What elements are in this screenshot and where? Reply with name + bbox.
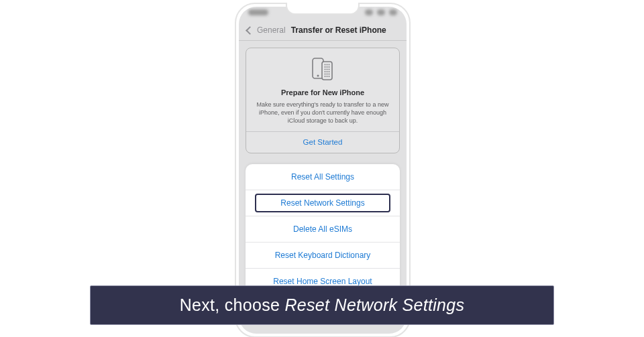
svg-point-11 bbox=[329, 69, 330, 70]
caption-prefix: Next, choose bbox=[180, 295, 285, 314]
status-time-blur bbox=[248, 9, 268, 15]
svg-point-18 bbox=[325, 76, 326, 77]
svg-point-3 bbox=[325, 64, 326, 66]
reset-option-all-settings[interactable]: Reset All Settings bbox=[246, 164, 400, 190]
instruction-caption: Next, choose Reset Network Settings bbox=[90, 285, 554, 325]
svg-point-14 bbox=[329, 71, 330, 72]
svg-point-15 bbox=[325, 74, 326, 75]
svg-point-1 bbox=[317, 75, 319, 77]
settings-content: Prepare for New iPhone Make sure everyth… bbox=[239, 41, 407, 320]
reset-option-delete-esims[interactable]: Delete All eSIMs bbox=[246, 216, 400, 242]
svg-point-13 bbox=[327, 71, 328, 72]
svg-point-19 bbox=[327, 76, 328, 77]
svg-point-16 bbox=[327, 74, 328, 75]
svg-point-6 bbox=[325, 66, 326, 68]
svg-point-10 bbox=[327, 69, 328, 70]
reset-option-keyboard-dictionary[interactable]: Reset Keyboard Dictionary bbox=[246, 242, 400, 268]
status-signal-blur bbox=[365, 9, 373, 15]
iphone-notch bbox=[286, 3, 360, 15]
back-chevron-icon[interactable] bbox=[246, 26, 254, 35]
svg-point-7 bbox=[327, 66, 328, 68]
figure: General Transfer or Reset iPhone bbox=[0, 0, 644, 337]
svg-point-8 bbox=[329, 66, 330, 68]
prepare-card: Prepare for New iPhone Make sure everyth… bbox=[246, 48, 400, 153]
prepare-description: Make sure everything's ready to transfer… bbox=[256, 100, 390, 125]
prepare-title: Prepare for New iPhone bbox=[253, 88, 392, 96]
svg-point-9 bbox=[325, 69, 326, 70]
svg-point-20 bbox=[329, 76, 330, 77]
nav-bar: General Transfer or Reset iPhone bbox=[239, 21, 407, 41]
caption-emphasis: Reset Network Settings bbox=[284, 295, 464, 314]
svg-point-5 bbox=[329, 64, 330, 66]
svg-point-12 bbox=[325, 71, 326, 72]
iphone-screen: General Transfer or Reset iPhone bbox=[239, 7, 407, 334]
transfer-devices-icon bbox=[308, 58, 337, 80]
reset-option-network-settings[interactable]: Reset Network Settings bbox=[246, 190, 400, 216]
nav-back-label[interactable]: General bbox=[257, 25, 286, 35]
status-battery-blur bbox=[389, 9, 397, 15]
status-wifi-blur bbox=[377, 9, 385, 15]
svg-point-4 bbox=[327, 64, 328, 66]
get-started-button[interactable]: Get Started bbox=[253, 132, 392, 147]
nav-title: Transfer or Reset iPhone bbox=[291, 25, 386, 35]
svg-point-17 bbox=[329, 74, 330, 75]
